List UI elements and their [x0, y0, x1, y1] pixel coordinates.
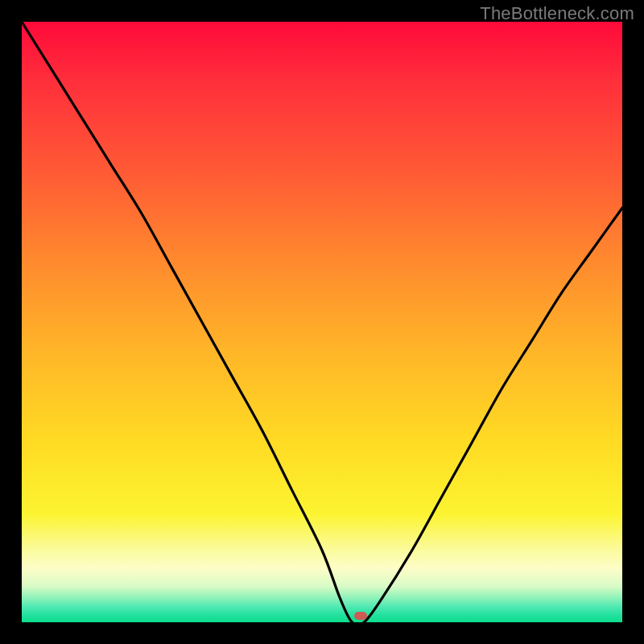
- chart-frame: TheBottleneck.com: [0, 0, 644, 644]
- bottleneck-curve: [22, 22, 622, 622]
- plot-area: [22, 22, 622, 622]
- optimal-point-marker: [354, 612, 367, 620]
